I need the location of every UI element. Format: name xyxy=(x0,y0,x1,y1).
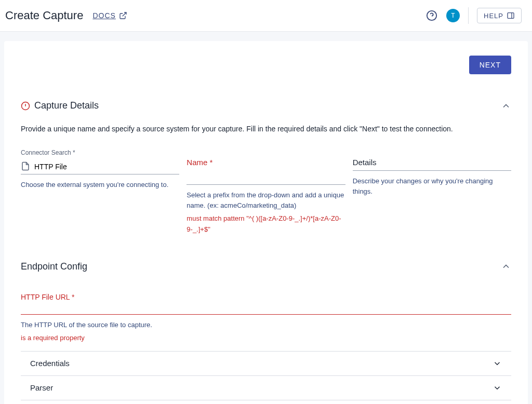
content-area: NEXT Capture Details xyxy=(0,32,532,404)
name-input[interactable] xyxy=(187,170,345,185)
action-row: NEXT xyxy=(21,56,511,74)
capture-details-header[interactable]: Capture Details xyxy=(21,100,511,111)
details-field: Details Describe your changes or why you… xyxy=(353,149,511,235)
name-help: Select a prefix from the drop-down and a… xyxy=(187,190,345,210)
help-icon-button[interactable] xyxy=(425,9,438,22)
chevron-down-icon xyxy=(493,359,502,368)
accordion-label: Credentials xyxy=(30,359,70,368)
capture-details-title: Capture Details xyxy=(34,100,99,111)
endpoint-config-section: Endpoint Config HTTP File URL * The HTTP… xyxy=(21,261,511,404)
connector-field: Connector Search * Choose the external s… xyxy=(21,149,179,235)
http-url-error: is a required property xyxy=(21,334,511,342)
panel-right-icon xyxy=(507,11,515,20)
http-url-label: HTTP File URL * xyxy=(21,293,511,301)
topbar: Create Capture DOCS T xyxy=(0,0,532,32)
details-label[interactable]: Details xyxy=(353,158,511,171)
capture-details-desc: Provide a unique name and specify a sour… xyxy=(21,124,511,134)
accordion-parser[interactable]: Parser xyxy=(21,376,511,400)
http-url-input[interactable] xyxy=(21,305,511,315)
endpoint-config-title: Endpoint Config xyxy=(21,261,87,272)
details-help: Describe your changes or why you're chan… xyxy=(353,176,511,196)
accordion-label: Parser xyxy=(30,383,53,392)
next-button[interactable]: NEXT xyxy=(469,56,511,74)
capture-details-section: Capture Details Provide a unique name an… xyxy=(21,100,511,235)
docs-link-label: DOCS xyxy=(92,11,115,20)
svg-line-0 xyxy=(123,12,126,16)
help-button[interactable]: HELP xyxy=(477,8,522,23)
http-url-field: HTTP File URL * The HTTP URL of the sour… xyxy=(21,293,511,342)
accordion-credentials[interactable]: Credentials xyxy=(21,351,511,376)
question-circle-icon xyxy=(426,10,437,21)
name-error: must match pattern "^( )([a-zA-Z0-9-_.]+… xyxy=(187,213,345,235)
error-circle-icon xyxy=(21,101,30,111)
chevron-down-icon xyxy=(493,383,502,393)
name-label: Name * xyxy=(187,158,345,167)
file-icon xyxy=(21,161,30,171)
section-title-group: Capture Details xyxy=(21,100,99,111)
endpoint-config-header[interactable]: Endpoint Config xyxy=(21,261,511,272)
capture-details-form: Connector Search * Choose the external s… xyxy=(21,149,511,235)
connector-help: Choose the external system you're connec… xyxy=(21,180,179,190)
http-url-help: The HTTP URL of the source file to captu… xyxy=(21,321,511,329)
connector-label: Connector Search * xyxy=(21,149,179,156)
main-card: NEXT Capture Details xyxy=(4,41,528,404)
page-title: Create Capture xyxy=(5,9,83,22)
name-field: Name * Select a prefix from the drop-dow… xyxy=(187,149,345,235)
accordion-headers[interactable]: Headers xyxy=(21,400,511,404)
endpoint-accordion: Credentials Parser Headers xyxy=(21,351,511,404)
help-button-label: HELP xyxy=(484,12,503,20)
user-avatar[interactable]: T xyxy=(446,9,460,22)
svg-rect-3 xyxy=(508,13,514,19)
connector-search-input[interactable] xyxy=(21,159,179,174)
topbar-divider xyxy=(468,7,469,24)
avatar-initial: T xyxy=(451,12,455,19)
external-link-icon xyxy=(119,11,127,20)
chevron-up-icon[interactable] xyxy=(501,101,511,111)
topbar-left: Create Capture DOCS xyxy=(5,9,127,22)
topbar-right: T HELP xyxy=(425,7,522,24)
chevron-up-icon[interactable] xyxy=(501,261,511,272)
docs-link[interactable]: DOCS xyxy=(92,11,127,20)
connector-input-wrap xyxy=(21,159,179,174)
